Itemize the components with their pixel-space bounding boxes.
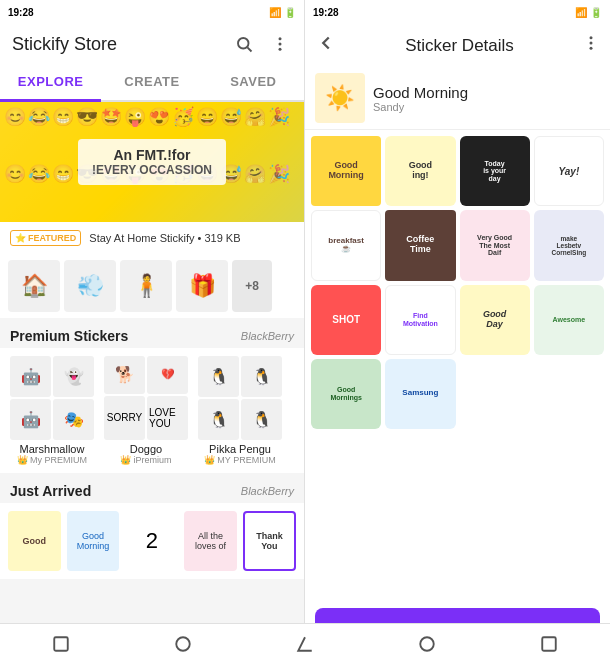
doggo-s4: LOVE YOU	[147, 396, 188, 441]
arrived-s4[interactable]: All theloves of	[184, 511, 237, 571]
left-panel: 19:28 📶 🔋 Stickify Store EXPLORE CREATE …	[0, 0, 305, 663]
svg-point-0	[238, 38, 249, 49]
just-arrived-title: Just Arrived	[10, 483, 91, 499]
pikka-grid: 🐧 🐧 🐧 🐧	[198, 356, 282, 440]
arrived-s1[interactable]: Good	[8, 511, 61, 571]
status-bar-left: 19:28 📶 🔋	[0, 0, 304, 24]
sticker-good-morning[interactable]: GoodMorning	[311, 136, 381, 206]
back-button[interactable]	[315, 32, 337, 59]
sticker-very-good[interactable]: Very GoodThe MostDaif	[460, 210, 530, 280]
svg-point-10	[420, 637, 434, 651]
nav-home[interactable]	[171, 632, 195, 656]
doggo-s2: 💔	[147, 356, 188, 394]
premium-section-header: Premium Stickers BlackBerry	[0, 318, 304, 348]
right-header: Sticker Details	[305, 24, 610, 67]
doggo-s3: SORRY	[104, 396, 145, 441]
status-bar-right: 19:28 📶 🔋	[305, 0, 610, 24]
svg-point-7	[590, 47, 593, 50]
sticker-good-mornings[interactable]: GoodMornings	[311, 359, 381, 429]
tab-create[interactable]: CREATE	[101, 64, 202, 100]
more-options-icon[interactable]	[268, 32, 292, 56]
arrived-row: Good GoodMorning 2 All theloves of Thank…	[0, 503, 304, 579]
tab-saved[interactable]: SAVED	[203, 64, 304, 100]
status-icons-right: 📶 🔋	[575, 7, 602, 18]
time-right: 19:28	[313, 7, 339, 18]
marshmallow-s1: 🤖	[10, 356, 51, 397]
pack-name: Good Morning	[373, 84, 468, 101]
stickers-grid: GoodMorning Gooding! Todayis yourday Yay…	[305, 130, 610, 598]
sticker-gooding[interactable]: Gooding!	[385, 136, 455, 206]
premium-brand: BlackBerry	[241, 330, 294, 342]
pack-info-row: ☀️ Good Morning Sandy	[305, 67, 610, 130]
time-left: 19:28	[8, 7, 34, 18]
status-icons-left: 📶 🔋	[269, 7, 296, 18]
svg-point-3	[279, 43, 282, 46]
premium-pack-pikka[interactable]: 🐧 🐧 🐧 🐧 Pikka Pengu 👑 MY PREMIUM	[196, 356, 284, 465]
banner-text-box: An FMT.!for !EVERY OCCASSION	[78, 139, 226, 185]
premium-pack-doggo[interactable]: 🐕 💔 SORRY LOVE YOU Doggo 👑 iPremium	[102, 356, 190, 465]
svg-point-4	[279, 48, 282, 51]
svg-point-5	[590, 36, 593, 39]
nav-recents[interactable]	[293, 632, 317, 656]
arrived-s5[interactable]: ThankYou	[243, 511, 296, 571]
featured-banner[interactable]: 😊😂😁😎🤩😜 😍🥳😄😅🤗🎉 😊😂😁😎🤩😜 😍🥳😄😅🤗🎉 An FMT.!for …	[0, 102, 304, 222]
marshmallow-name: Marshmallow	[20, 443, 85, 455]
svg-point-9	[176, 637, 190, 651]
left-content: 😊😂😁😎🤩😜 😍🥳😄😅🤗🎉 😊😂😁😎🤩😜 😍🥳😄😅🤗🎉 An FMT.!for …	[0, 102, 304, 663]
premium-pack-marshmallow[interactable]: 🤖 👻 🤖 🎭 Marshmallow 👑 My PREMIUM	[8, 356, 96, 465]
right-panel: 19:28 📶 🔋 Sticker Details ☀️ Good Mornin…	[305, 0, 610, 663]
svg-point-6	[590, 42, 593, 45]
pikka-s4: 🐧	[241, 399, 282, 440]
just-arrived-brand: BlackBerry	[241, 485, 294, 497]
marshmallow-sub: 👑 My PREMIUM	[17, 455, 87, 465]
marshmallow-s2: 👻	[53, 356, 94, 397]
search-icon[interactable]	[232, 32, 256, 56]
tab-explore[interactable]: EXPLORE	[0, 64, 101, 102]
sticker-motivation[interactable]: FindMotivation	[385, 285, 455, 355]
nav-circle2[interactable]	[415, 632, 439, 656]
app-header: Stickify Store	[0, 24, 304, 64]
pack-author: Sandy	[373, 101, 468, 113]
pikka-sub: 👑 MY PREMIUM	[204, 455, 275, 465]
sticker-yay[interactable]: Yay!	[534, 136, 604, 206]
bottom-nav	[0, 623, 610, 663]
svg-rect-11	[542, 637, 556, 651]
nav-square2[interactable]	[537, 632, 561, 656]
sticker-awesome[interactable]: Awesome	[534, 285, 604, 355]
sticker-make[interactable]: makeLesbetvCornelSing	[534, 210, 604, 280]
doggo-name: Doggo	[130, 443, 162, 455]
pikka-s3: 🐧	[198, 399, 239, 440]
doggo-sub: 👑 iPremium	[120, 455, 171, 465]
featured-row: ⭐ FEATURED Stay At Home Stickify • 319 K…	[0, 222, 304, 254]
sticker-samsung[interactable]: Samsung	[385, 359, 455, 429]
arrived-s3[interactable]: 2	[125, 511, 178, 571]
sticker-good-day[interactable]: GoodDay	[460, 285, 530, 355]
sticker-breakfast[interactable]: breakfast☕	[311, 210, 381, 280]
sticker-thumb-3: 🧍	[120, 260, 172, 312]
doggo-grid: 🐕 💔 SORRY LOVE YOU	[104, 356, 188, 440]
app-title: Stickify Store	[12, 34, 117, 55]
right-more-icon[interactable]	[582, 34, 600, 57]
arrived-s2[interactable]: GoodMorning	[67, 511, 120, 571]
sticker-pack-previews: 🏠 💨 🧍 🎁 +8	[0, 254, 304, 318]
sticker-thumb-1: 🏠	[8, 260, 60, 312]
banner-line1: An FMT.!for	[92, 147, 212, 163]
marshmallow-grid: 🤖 👻 🤖 🎭	[10, 356, 94, 440]
sticker-thumb-4: 🎁	[176, 260, 228, 312]
sticker-coffee-time[interactable]: CoffeeTime	[385, 210, 455, 280]
tabs-bar: EXPLORE CREATE SAVED	[0, 64, 304, 102]
svg-point-2	[279, 37, 282, 40]
marshmallow-s3: 🤖	[10, 399, 51, 440]
more-count-badge: +8	[232, 260, 272, 312]
premium-title: Premium Stickers	[10, 328, 128, 344]
just-arrived-header: Just Arrived BlackBerry	[0, 473, 304, 503]
nav-back[interactable]	[49, 632, 73, 656]
sticker-thumb-2: 💨	[64, 260, 116, 312]
featured-badge: ⭐ FEATURED	[10, 230, 81, 246]
pikka-s2: 🐧	[241, 356, 282, 397]
doggo-s1: 🐕	[104, 356, 145, 394]
sticker-today[interactable]: Todayis yourday	[460, 136, 530, 206]
sticker-shot[interactable]: SHOT	[311, 285, 381, 355]
pikka-name: Pikka Pengu	[209, 443, 271, 455]
header-icons	[232, 32, 292, 56]
